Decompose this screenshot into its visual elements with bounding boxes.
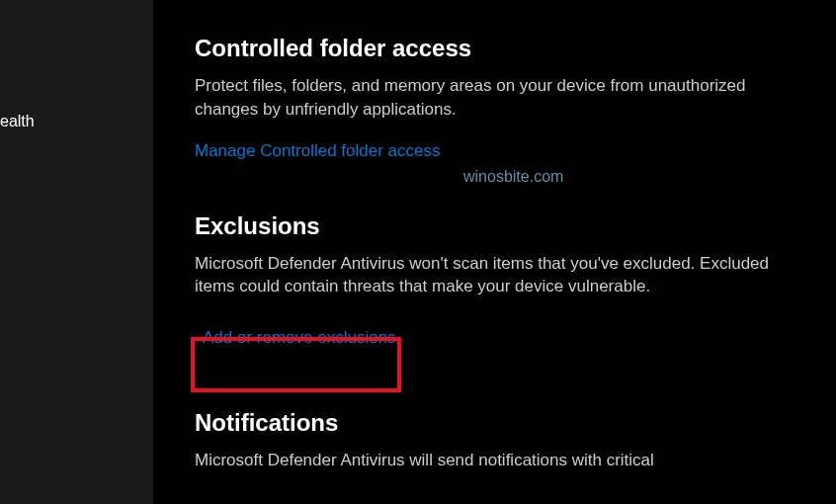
main-content: Controlled folder access Protect files, … — [153, 0, 836, 504]
section-notifications: Notifications Microsoft Defender Antivir… — [195, 409, 816, 472]
exclusions-desc: Microsoft Defender Antivirus won't scan … — [195, 252, 802, 299]
notifications-title: Notifications — [195, 409, 816, 437]
notifications-desc: Microsoft Defender Antivirus will send n… — [195, 449, 802, 472]
controlled-folder-title: Controlled folder access — [195, 35, 816, 62]
controlled-folder-desc: Protect files, folders, and memory areas… — [195, 74, 802, 122]
sidebar: ealth — [0, 0, 153, 504]
section-controlled-folder: Controlled folder access Protect files, … — [195, 35, 816, 161]
add-remove-exclusions-link[interactable]: Add or remove exclusions — [203, 328, 396, 348]
sidebar-item-health[interactable]: ealth — [0, 109, 153, 134]
watermark-text: winosbite.com — [463, 168, 563, 186]
exclusions-title: Exclusions — [195, 212, 816, 240]
manage-controlled-folder-link[interactable]: Manage Controlled folder access — [195, 141, 441, 161]
section-exclusions: Exclusions Microsoft Defender Antivirus … — [195, 212, 816, 359]
